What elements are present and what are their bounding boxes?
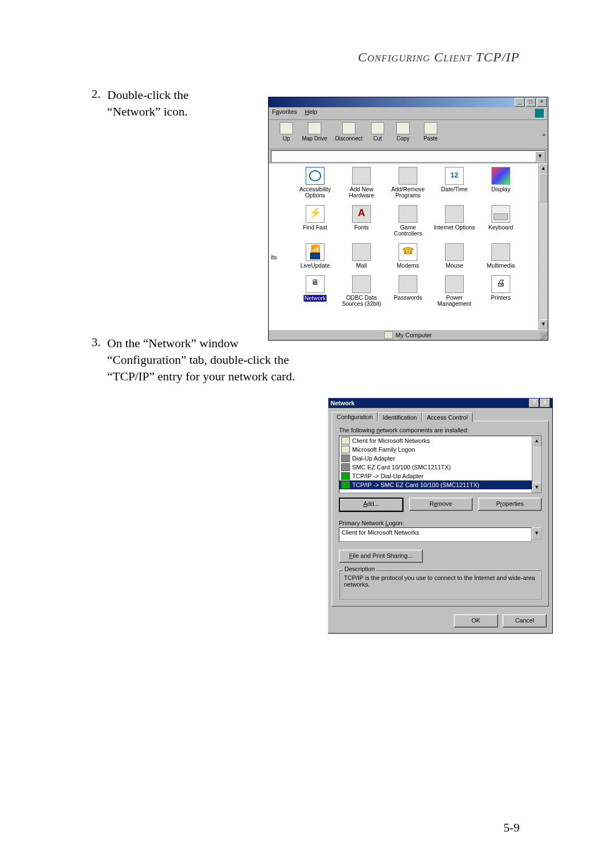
display-icon [491,167,510,185]
address-bar[interactable]: ▼ [271,150,546,163]
description-text: TCP/IP is the protocol you use to connec… [344,574,537,588]
dialog-close-button[interactable]: × [540,399,550,407]
adapter-icon [341,463,350,471]
findfast-icon [306,205,324,223]
icon-power[interactable]: Power Management [431,275,478,307]
toolbar-paste[interactable]: Paste [417,122,444,142]
step-2-text: Double-click the “Network” icon. [107,87,234,119]
properties-button[interactable]: Properties [478,498,542,511]
protocol-icon [341,481,350,489]
icon-add-hardware[interactable]: Add New Hardware [338,167,385,198]
power-icon [445,275,464,293]
toolbar-up[interactable]: Up [275,122,297,142]
help-button[interactable]: ? [529,399,539,407]
page-header: Configuring Client TCP/IP [77,50,520,65]
dialog-titlebar: Network ? × [328,398,552,408]
dialog-title: Network [331,400,354,406]
maximize-button[interactable]: □ [526,98,536,107]
close-button[interactable]: × [537,98,547,107]
vertical-scrollbar[interactable]: ▲ ▼ [538,164,548,330]
ok-button[interactable]: OK [454,614,498,628]
cut-icon [371,122,384,134]
add-hardware-icon [352,167,371,185]
printers-icon [491,275,510,293]
icon-findfast[interactable]: Find Fast [292,205,338,237]
file-print-sharing-button[interactable]: File and Print Sharing... [339,550,423,563]
icon-liveupdate[interactable]: LiveUpdate [292,243,338,269]
components-listbox[interactable]: Client for Microsoft Networks Microsoft … [339,436,542,493]
tab-panel: The following network components are ins… [332,421,549,606]
icon-internet[interactable]: Internet Options [431,205,478,237]
icon-mail[interactable]: Mail [338,243,385,269]
tab-strip: Configuration Identification Access Cont… [328,408,552,421]
icon-datetime[interactable]: Date/Time [431,167,478,198]
client-icon [341,446,350,453]
primary-logon-label: Primary Network Logon: [339,520,542,526]
step-3-text: On the “Network” window “Configuration” … [107,335,312,384]
icon-game[interactable]: Game Controllers [385,205,431,237]
step-2-number: 2. [77,87,107,101]
scroll-up-icon[interactable]: ▲ [532,436,541,446]
resize-grip[interactable] [540,332,548,340]
mail-icon [352,243,371,261]
icon-fonts[interactable]: Fonts [338,205,385,237]
map-drive-icon [308,122,321,134]
list-item[interactable]: SMC EZ Card 10/100 (SMC1211TX) [339,463,532,472]
titlebar: _ □ × [269,97,548,107]
icon-add-remove[interactable]: Add/Remove Programs [385,167,431,198]
tab-configuration[interactable]: Configuration [332,412,378,421]
toolbar-cut[interactable]: Cut [366,122,389,142]
game-icon [399,205,417,223]
menubar: Favorites Help [269,107,548,120]
disconnect-icon [342,122,355,134]
menu-favorites[interactable]: Favorites [272,108,297,118]
icon-network[interactable]: Network [292,275,338,307]
scroll-down-icon[interactable]: ▼ [532,483,541,493]
icon-printers[interactable]: Printers [478,275,524,307]
toolbar-copy[interactable]: Copy [389,122,417,142]
icon-odbc[interactable]: ODBC Data Sources (32bit) [338,275,385,307]
step-3: 3. On the “Network” window “Configuratio… [77,335,520,384]
passwords-icon [399,275,417,293]
icon-modems[interactable]: Modems [385,243,431,269]
list-item[interactable]: TCP/IP -> Dial-Up Adapter [339,472,532,480]
up-icon [280,122,293,134]
list-scrollbar[interactable]: ▲ ▼ [532,436,541,493]
icon-multimedia[interactable]: Multimedia [478,243,524,269]
description-group: Description TCP/IP is the protocol you u… [339,569,542,599]
network-dialog: Network ? × Configuration Identification… [328,398,553,634]
list-item-selected[interactable]: TCP/IP -> SMC EZ Card 10/100 (SMC1211TX) [339,480,532,489]
primary-logon-combo[interactable]: Client for Microsoft Networks ▼ [339,527,542,542]
tab-identification[interactable]: Identification [378,412,422,422]
add-button[interactable]: Add... [339,498,404,512]
icon-keyboard[interactable]: Keyboard [478,205,524,237]
toolbar-overflow[interactable]: » [542,131,546,138]
list-item[interactable]: Microsoft Family Logon [339,445,532,454]
address-dropdown-icon[interactable]: ▼ [535,151,545,161]
toolbar-disconnect[interactable]: Disconnect [332,122,366,142]
adapter-icon [341,454,350,462]
minimize-button[interactable]: _ [515,98,525,107]
list-item[interactable]: Dial-Up Adapter [339,454,532,463]
list-item[interactable]: Client for Microsoft Networks [339,436,532,445]
odbc-icon [352,275,371,293]
combo-dropdown-icon[interactable]: ▼ [532,527,542,540]
scroll-thumb[interactable] [539,174,548,202]
left-text-fragment: its [271,254,277,260]
icon-accessibility[interactable]: Accessibility Options [292,167,338,198]
cancel-button[interactable]: Cancel [502,614,547,628]
keyboard-icon [491,205,510,223]
icon-passwords[interactable]: Passwords [385,275,431,307]
remove-button[interactable]: Remove [409,498,473,511]
tab-access-control[interactable]: Access Control [422,412,473,422]
icon-mouse[interactable]: Mouse [431,243,478,269]
icon-display[interactable]: Display [478,167,524,198]
liveupdate-icon [306,243,324,261]
scroll-up-icon[interactable]: ▲ [539,164,548,174]
page-number: 5-9 [504,820,520,835]
scroll-down-icon[interactable]: ▼ [539,320,548,330]
add-remove-icon [399,167,417,185]
toolbar-map-drive[interactable]: Map Drive [297,122,332,142]
paste-icon [424,122,437,134]
menu-help[interactable]: Help [305,108,317,118]
